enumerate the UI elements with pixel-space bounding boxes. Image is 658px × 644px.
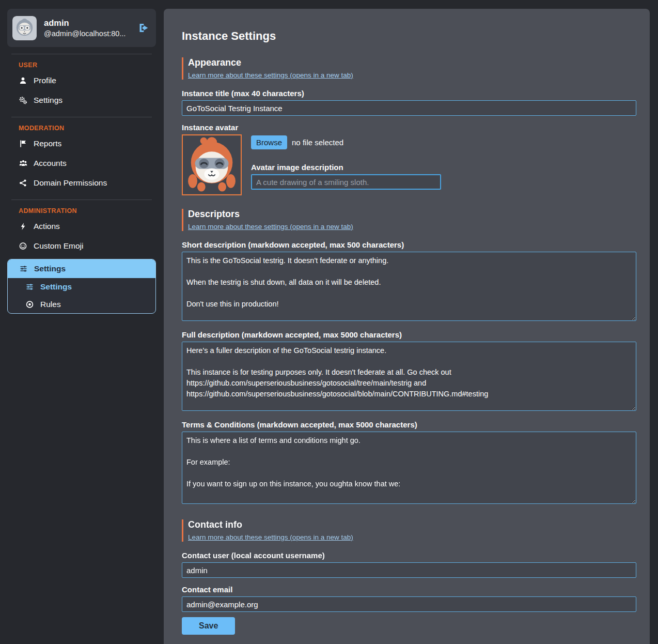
sidebar-item-settings-active[interactable]: Settings: [8, 259, 155, 278]
sliders-icon: [25, 283, 35, 291]
section-heading: Descriptors: [188, 209, 636, 220]
sidebar-item-label: Accounts: [34, 159, 67, 168]
users-icon: [19, 159, 28, 167]
instance-title-input[interactable]: [182, 100, 636, 116]
sidebar-item-reports[interactable]: Reports: [7, 134, 156, 154]
terms-label: Terms & Conditions (markdown accepted, m…: [182, 420, 636, 429]
terms-textarea[interactable]: This is where a list of terms and condit…: [182, 432, 636, 504]
avatar-description-label: Avatar image description: [251, 163, 443, 172]
section-descriptors: Descriptors Learn more about these setti…: [182, 209, 636, 231]
nav-header-administration: ADMINISTRATION: [19, 207, 156, 214]
sidebar-item-custom-emoji[interactable]: Custom Emoji: [7, 236, 156, 256]
gears-icon: [19, 96, 28, 104]
field-contact-user: Contact user (local account username): [182, 551, 636, 578]
contact-user-label: Contact user (local account username): [182, 551, 636, 560]
bolt-icon: [19, 222, 28, 231]
subnav-item-label: Rules: [40, 300, 61, 309]
learn-more-link[interactable]: Learn more about these settings (opens i…: [188, 223, 353, 231]
sidebar-item-label: Domain Permissions: [34, 178, 107, 188]
subnav-item-label: Settings: [40, 282, 72, 292]
nav-header-user: USER: [19, 62, 156, 69]
user-name: admin: [44, 18, 134, 28]
section-heading: Contact info: [188, 519, 636, 530]
short-description-textarea[interactable]: This is the GoToSocial testrig. It doesn…: [182, 252, 636, 321]
sidebar-item-label: Settings: [34, 96, 62, 105]
file-status-text: no file selected: [292, 138, 343, 147]
contact-user-input[interactable]: [182, 562, 636, 578]
dot-circle-icon: [25, 300, 35, 309]
flag-icon: [19, 140, 28, 148]
browse-button[interactable]: Browse: [251, 135, 287, 149]
sliders-icon: [19, 265, 28, 273]
contact-email-input[interactable]: [182, 596, 636, 612]
subnav-item-rules[interactable]: Rules: [8, 296, 155, 313]
learn-more-link[interactable]: Learn more about these settings (opens i…: [188, 533, 353, 541]
instance-avatar-image: [182, 134, 242, 195]
contact-email-label: Contact email: [182, 585, 636, 594]
section-appearance: Appearance Learn more about these settin…: [182, 57, 636, 80]
sidebar-item-actions[interactable]: Actions: [7, 217, 156, 236]
instance-settings-panel: Instance Settings Appearance Learn more …: [164, 9, 650, 644]
user-handle: @admin@localhost:80...: [44, 29, 134, 38]
smiley-icon: [19, 242, 28, 250]
sidebar: admin @admin@localhost:80... USER Profil…: [7, 9, 156, 314]
settings-nav-block: Settings Settings: [7, 259, 156, 314]
sidebar-item-accounts[interactable]: Accounts: [7, 154, 156, 173]
user-meta: admin @admin@localhost:80...: [44, 18, 134, 38]
field-short-description: Short description (markdown accepted, ma…: [182, 240, 636, 323]
share-nodes-icon: [19, 179, 28, 187]
sidebar-item-label: Settings: [34, 264, 66, 273]
learn-more-link[interactable]: Learn more about these settings (opens i…: [188, 71, 353, 79]
sidebar-item-user-settings[interactable]: Settings: [7, 90, 156, 110]
instance-title-label: Instance title (max 40 characters): [182, 89, 636, 98]
short-description-label: Short description (markdown accepted, ma…: [182, 240, 636, 249]
sidebar-item-label: Reports: [34, 139, 61, 148]
save-button[interactable]: Save: [182, 617, 235, 635]
user-card[interactable]: admin @admin@localhost:80...: [7, 9, 156, 47]
avatar-description-input[interactable]: [251, 174, 441, 190]
section-heading: Appearance: [188, 57, 636, 68]
sidebar-item-label: Actions: [34, 222, 60, 231]
full-description-label: Full description (markdown accepted, max…: [182, 330, 636, 339]
section-contact-info: Contact info Learn more about these sett…: [182, 519, 636, 542]
sign-out-icon[interactable]: [137, 22, 150, 34]
field-instance-avatar: Instance avatar: [182, 123, 636, 195]
field-contact-email: Contact email: [182, 585, 636, 612]
nav-header-moderation: MODERATION: [19, 125, 156, 132]
sidebar-item-domain-permissions[interactable]: Domain Permissions: [7, 173, 156, 193]
field-instance-title: Instance title (max 40 characters): [182, 89, 636, 116]
sidebar-item-profile[interactable]: Profile: [7, 71, 156, 90]
subnav-item-settings[interactable]: Settings: [8, 278, 155, 296]
user-avatar: [12, 16, 37, 40]
sidebar-item-label: Profile: [34, 76, 56, 85]
user-icon: [19, 76, 28, 85]
full-description-textarea[interactable]: Here's a fuller description of the GoToS…: [182, 342, 636, 411]
settings-subnav: Settings Rules: [8, 278, 155, 313]
sidebar-item-label: Custom Emoji: [34, 241, 83, 251]
field-full-description: Full description (markdown accepted, max…: [182, 330, 636, 413]
divider: [11, 117, 152, 117]
field-terms: Terms & Conditions (markdown accepted, m…: [182, 420, 636, 506]
instance-avatar-label: Instance avatar: [182, 123, 636, 132]
page-title: Instance Settings: [182, 29, 636, 43]
divider: [11, 200, 152, 200]
divider: [11, 54, 152, 54]
